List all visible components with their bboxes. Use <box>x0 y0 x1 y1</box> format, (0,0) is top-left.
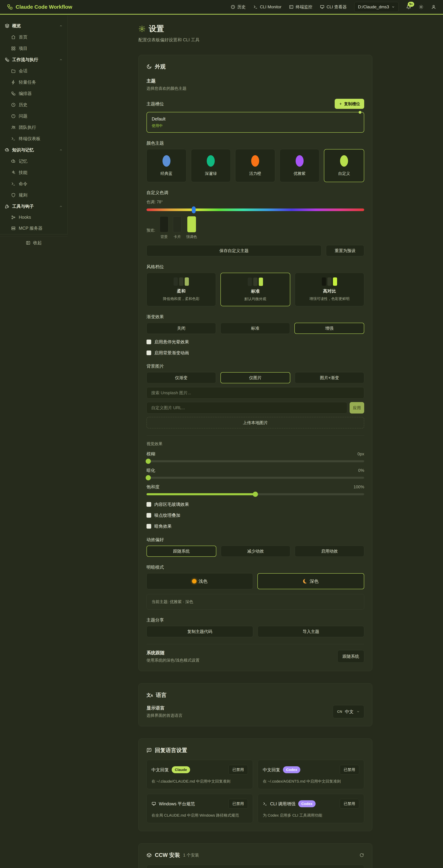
swatch-classic-blue[interactable]: 经典蓝 <box>147 149 186 182</box>
swatch-custom[interactable]: 自定义 <box>324 149 364 182</box>
sidebar-item-skills[interactable]: 技能 <box>0 167 67 178</box>
sidebar-item-sessions[interactable]: 会话 <box>0 65 67 76</box>
sidebar-item-history[interactable]: 历史 <box>0 99 67 111</box>
display-language-select[interactable]: CN 中文 <box>333 705 364 718</box>
darken-label: 暗化 <box>147 467 155 473</box>
nav-history[interactable]: 历史 <box>231 4 246 10</box>
share-nodes-icon <box>11 215 15 220</box>
theme-label: 主题 <box>147 78 364 84</box>
style-soft-bars <box>173 277 189 286</box>
apply-url-button[interactable]: 应用 <box>350 402 364 413</box>
copy-slot-button[interactable]: 复制槽位 <box>335 99 364 109</box>
system-follow-button[interactable]: 跟随系统 <box>338 650 364 663</box>
nav-terminal-monitor[interactable]: 终端监控 <box>289 4 312 10</box>
codex-badge: Codex <box>283 766 300 773</box>
theme-slot-default[interactable]: Default 使用中 <box>147 112 364 133</box>
save-custom-theme-label: 保存自定义主题 <box>219 248 249 253</box>
copy-theme-code-button[interactable]: 复制主题代码 <box>147 626 253 637</box>
sidebar-item-projects[interactable]: 项目 <box>0 43 67 54</box>
message-square-icon <box>147 748 152 753</box>
noise-checkbox-row[interactable]: 噪点纹理叠加 <box>147 513 364 518</box>
dark-mode-button[interactable]: 深色 <box>257 573 364 589</box>
glass-checkbox[interactable] <box>147 502 151 507</box>
reply-cli-disabled-button[interactable]: 已禁用 <box>340 799 359 809</box>
sidebar-section-workflow[interactable]: 工作流与执行 <box>0 54 67 65</box>
bg-image-only-button[interactable]: 仅图片 <box>220 372 290 383</box>
reply-card-desc: 为 Codex 启用多 CLI 工具调用功能 <box>263 813 359 818</box>
light-mode-button[interactable]: 浅色 <box>147 573 253 589</box>
gradient-enhanced-button[interactable]: 增强 <box>294 323 364 334</box>
disabled-label: 已禁用 <box>232 801 244 806</box>
style-high-contrast[interactable]: 高对比 增强可读性，色彩更鲜明 <box>295 273 364 306</box>
sidebar-item-issues[interactable]: 问题 <box>0 111 67 122</box>
sidebar-item-commands[interactable]: 命令 <box>0 178 67 189</box>
saturation-slider[interactable] <box>147 493 364 495</box>
hue-slider[interactable] <box>147 209 364 211</box>
sidebar-item-memory[interactable]: 记忆 <box>0 156 67 167</box>
chevron-up-icon <box>59 205 63 208</box>
user-icon <box>431 4 436 9</box>
users-icon <box>11 125 15 130</box>
reply-claude-disabled-button[interactable]: 已禁用 <box>228 765 248 775</box>
custom-image-url-input[interactable] <box>147 402 347 413</box>
sidebar-section-knowledge[interactable]: 知识与记忆 <box>0 144 67 156</box>
bg-animation-checkbox-row[interactable]: 启用背景渐变动画 <box>147 350 364 356</box>
save-custom-theme-button[interactable]: 保存自定义主题 <box>147 245 321 256</box>
hover-glow-checkbox[interactable] <box>147 340 151 344</box>
theme-toggle-button[interactable] <box>419 4 423 9</box>
sidebar-item-light-tasks[interactable]: 轻量任务 <box>0 76 67 88</box>
sidebar-item-rules[interactable]: 规则 <box>0 189 67 201</box>
sidebar-item-mcp-servers[interactable]: MCP 服务器 <box>0 222 67 234</box>
unsplash-search-input[interactable] <box>147 387 364 399</box>
sidebar-item-team-execution[interactable]: 团队执行 <box>0 122 67 133</box>
swatch-deep-green[interactable]: 深邃绿 <box>191 149 231 182</box>
bg-gradient-only-button[interactable]: 仅渐变 <box>147 372 216 383</box>
motion-follow-system-button[interactable]: 跟随系统 <box>147 546 216 557</box>
vignette-checkbox-row[interactable]: 暗角效果 <box>147 523 364 529</box>
gradient-off-button[interactable]: 关闭 <box>147 323 216 334</box>
darken-slider-thumb[interactable] <box>146 475 151 480</box>
blur-slider[interactable] <box>147 460 364 462</box>
reset-preset-button[interactable]: 重置为预设 <box>326 245 364 256</box>
brain-icon <box>5 148 9 152</box>
divider <box>147 644 364 644</box>
sidebar-item-terminal-dashboard[interactable]: 终端仪表板 <box>0 133 67 144</box>
nav-cli-monitor[interactable]: CLI Monitor <box>253 4 281 9</box>
style-desc: 默认均衡外观 <box>245 297 266 301</box>
blur-slider-thumb[interactable] <box>146 459 151 464</box>
swatch-vivid-orange[interactable]: 活力橙 <box>235 149 275 182</box>
hover-glow-checkbox-row[interactable]: 启用悬停光晕效果 <box>147 339 364 345</box>
refresh-icon[interactable] <box>359 853 364 858</box>
glass-checkbox-row[interactable]: 内容区毛玻璃效果 <box>147 501 364 507</box>
notifications-button[interactable]: 9+ <box>406 4 411 9</box>
motion-enable-button[interactable]: 启用动效 <box>295 546 364 557</box>
vignette-checkbox[interactable] <box>147 524 151 529</box>
user-menu-button[interactable] <box>431 4 436 9</box>
gradient-standard-button[interactable]: 标准 <box>220 323 290 334</box>
sidebar-section-tools[interactable]: 工具与钩子 <box>0 201 67 212</box>
sidebar-collapse-button[interactable]: 收起 <box>0 236 67 249</box>
saturation-slider-thumb[interactable] <box>253 492 258 497</box>
sidebar-item-hooks[interactable]: Hooks <box>0 212 67 222</box>
bg-image-gradient-button[interactable]: 图片+渐变 <box>295 372 364 383</box>
reply-windows-disabled-button[interactable]: 已禁用 <box>228 799 248 809</box>
swatch-elegant-purple[interactable]: 优雅紫 <box>280 149 320 182</box>
upload-local-image-button[interactable]: 上传本地图片 <box>147 417 364 429</box>
project-selector[interactable]: D:/Claude_dms3 <box>354 2 399 12</box>
reply-card-title: 中文回复 <box>263 767 280 773</box>
style-standard[interactable]: 标准 默认均衡外观 <box>220 273 290 306</box>
hue-slider-thumb[interactable] <box>192 207 196 213</box>
divider <box>147 435 364 436</box>
nav-cli-viewer[interactable]: CLI 查看器 <box>320 4 347 10</box>
style-soft[interactable]: 柔和 降低饱和度，柔和色彩 <box>147 273 216 306</box>
sidebar-item-orchestrator[interactable]: 编排器 <box>0 88 67 99</box>
darken-slider[interactable] <box>147 477 364 479</box>
reply-codex-disabled-button[interactable]: 已禁用 <box>340 765 359 775</box>
noise-checkbox[interactable] <box>147 513 151 518</box>
sidebar-section-overview[interactable]: 概览 <box>0 20 67 31</box>
nav-history-label: 历史 <box>237 4 246 10</box>
sidebar-item-home[interactable]: 首页 <box>0 31 67 43</box>
bg-animation-checkbox[interactable] <box>147 350 151 355</box>
motion-reduce-button[interactable]: 减少动效 <box>221 546 290 557</box>
import-theme-button[interactable]: 导入主题 <box>258 626 364 637</box>
